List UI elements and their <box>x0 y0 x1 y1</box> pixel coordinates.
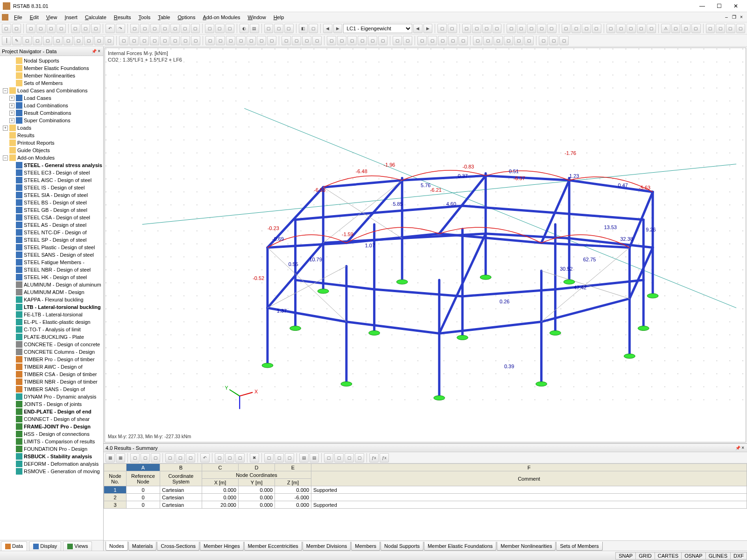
tree-item[interactable]: Member Elastic Foundations <box>8 64 103 72</box>
results-tab-members[interactable]: Members <box>351 542 380 551</box>
toolbar-button[interactable]: ▢ <box>637 24 646 33</box>
tree-item[interactable]: TIMBER SANS - Design of <box>8 385 103 393</box>
tree-item[interactable]: ALUMINUM ADM - Design <box>8 288 103 296</box>
toolbar-button[interactable]: ↶ <box>106 24 115 33</box>
toolbar-button[interactable]: ▢ <box>482 24 492 33</box>
toolbar-button[interactable]: ▢ <box>264 24 274 33</box>
toolbar-button[interactable]: ▢ <box>355 453 364 462</box>
tree-item[interactable]: Printout Reports <box>2 139 103 147</box>
toolbar-button[interactable]: ▢ <box>606 24 616 33</box>
toolbar-button[interactable]: ▢ <box>285 453 294 462</box>
toolbar-button[interactable]: ▢ <box>514 36 523 45</box>
toolbar-button[interactable]: ▶ <box>423 24 433 33</box>
toolbar-button[interactable]: ▢ <box>119 36 128 45</box>
menu-view[interactable]: View <box>42 14 61 21</box>
tree-item[interactable]: STEEL - General stress analysis <box>8 161 103 169</box>
tree-item[interactable]: STEEL SP - Design of steel <box>8 236 103 244</box>
results-tab-nodal-supports[interactable]: Nodal Supports <box>381 542 423 551</box>
toolbar-button[interactable]: ▢ <box>559 36 569 45</box>
toolbar-button[interactable]: ▢ <box>216 36 225 45</box>
tree-item[interactable]: TIMBER CSA - Design of timber <box>8 371 103 378</box>
toolbar-button[interactable]: ▢ <box>493 24 502 33</box>
toolbar-button[interactable]: ▢ <box>334 453 344 462</box>
tree-item[interactable]: STEEL IS - Design of steel <box>8 184 103 191</box>
close-button[interactable]: ✕ <box>727 1 744 11</box>
toolbar-button[interactable]: ▢ <box>160 36 169 45</box>
tree-item[interactable]: STEEL EC3 - Design of steel <box>8 169 103 176</box>
toolbar-button[interactable]: ▢ <box>140 24 149 33</box>
results-tab-cross-sections[interactable]: Cross-Sections <box>157 542 199 551</box>
tree-item[interactable]: +Load Cases <box>8 94 103 102</box>
toolbar-button[interactable]: ▢ <box>549 36 558 45</box>
tree-item[interactable]: FE-LTB - Lateral-torsional <box>8 311 103 318</box>
model-viewport[interactable]: Internal Forces M-y. [kNm] CO2 : 1.35*LF… <box>105 48 746 442</box>
tree-item[interactable]: RSMOVE - Generation of moving <box>8 468 103 475</box>
toolbar-button[interactable]: ▢ <box>94 36 104 45</box>
toolbar-button[interactable]: ▢ <box>671 24 681 33</box>
toolbar-button[interactable]: ▢ <box>181 36 190 45</box>
minimize-button[interactable]: — <box>694 1 711 11</box>
menu-help[interactable]: Help <box>270 14 288 21</box>
tree-item[interactable]: Guide Objects <box>2 147 103 154</box>
tree-item[interactable]: TIMBER AWC - Design of <box>8 363 103 371</box>
toolbar-button[interactable]: ▢ <box>186 453 195 462</box>
results-tab-member-divisions[interactable]: Member Divisions <box>303 542 351 551</box>
toolbar-button[interactable]: ▢ <box>71 24 80 33</box>
tree-item[interactable]: DYNAM Pro - Dynamic analysis <box>8 393 103 400</box>
tree-item[interactable]: DEFORM - Deformation analysis <box>8 460 103 468</box>
toolbar-button[interactable]: ▢ <box>403 36 412 45</box>
toolbar-button[interactable]: ▢ <box>284 24 294 33</box>
toolbar-button[interactable]: ▢ <box>493 36 503 45</box>
toolbar-button[interactable]: ▢ <box>345 453 354 462</box>
toolbar-button[interactable]: ▢ <box>236 36 246 45</box>
results-tab-member-nonlinearities[interactable]: Member Nonlinearities <box>497 542 556 551</box>
toolbar-button[interactable]: ▢ <box>302 36 311 45</box>
status-osnap[interactable]: OSNAP <box>681 552 706 560</box>
toolbar-button[interactable]: ▢ <box>63 36 73 45</box>
results-tab-member-elastic-foundations[interactable]: Member Elastic Foundations <box>424 542 496 551</box>
toolbar-button[interactable]: ▦ <box>116 453 125 462</box>
toolbar-button[interactable]: ▢ <box>170 36 180 45</box>
tree-item[interactable]: –Load Cases and Combinations <box>2 87 103 94</box>
toolbar-button[interactable]: ▢ <box>84 36 93 45</box>
tree-item[interactable]: STEEL CSA - Design of steel <box>8 214 103 221</box>
tree-item[interactable]: +Load Combinations <box>8 102 103 109</box>
toolbar-button[interactable]: ▢ <box>140 36 149 45</box>
tree-item[interactable]: Sets of Members <box>8 79 103 87</box>
tree-item[interactable]: Member Nonlinearities <box>8 72 103 79</box>
results-tab-member-hinges[interactable]: Member Hinges <box>200 542 244 551</box>
toolbar-button[interactable]: ▢ <box>264 453 274 462</box>
toolbar-button[interactable]: ▢ <box>161 24 170 33</box>
toolbar-button[interactable]: ▢ <box>324 453 333 462</box>
toolbar-button[interactable]: ▢ <box>33 36 42 45</box>
toolbar-button[interactable]: ▢ <box>347 36 357 45</box>
toolbar-button[interactable]: ▢ <box>205 24 214 33</box>
toolbar-button[interactable]: ▢ <box>706 24 715 33</box>
tree-item[interactable]: C-TO-T - Analysis of limit <box>8 326 103 333</box>
toolbar-button[interactable]: ▢ <box>337 36 346 45</box>
status-snap[interactable]: SNAP <box>615 552 636 560</box>
grid-row[interactable]: 10Cartesian0.0000.0000.000Supported <box>104 486 747 494</box>
menu-edit[interactable]: Edit <box>26 14 42 21</box>
menu-options[interactable]: Options <box>174 14 199 21</box>
toolbar-button[interactable]: ▢ <box>205 36 215 45</box>
toolbar-button[interactable]: ▢ <box>562 24 571 33</box>
results-tab-materials[interactable]: Materials <box>128 542 157 551</box>
toolbar-button[interactable]: ▢ <box>616 24 626 33</box>
toolbar-button[interactable]: ▢ <box>81 24 91 33</box>
toolbar-button[interactable]: ▢ <box>74 36 83 45</box>
toolbar-button[interactable]: ▢ <box>22 36 32 45</box>
tree-item[interactable]: LIMITS - Comparison of results <box>8 438 103 445</box>
toolbar-button[interactable]: ▢ <box>181 24 190 33</box>
menu-insert[interactable]: Insert <box>61 14 81 21</box>
toolbar-button[interactable]: ▢ <box>176 453 185 462</box>
tree-item[interactable]: ALUMINUM - Design of aluminum <box>8 281 103 288</box>
toolbar-button[interactable]: ▢ <box>226 36 235 45</box>
tree-item[interactable]: STEEL BS - Design of steel <box>8 199 103 206</box>
tree-item[interactable]: FRAME-JOINT Pro - Design <box>8 423 103 430</box>
grid-row[interactable]: 30Cartesian20.0000.0000.000Supported <box>104 501 747 509</box>
toolbar-button[interactable]: ▢ <box>247 36 256 45</box>
toolbar-button[interactable]: ▶ <box>333 24 343 33</box>
toolbar-button[interactable]: ✖ <box>250 453 259 462</box>
toolbar-button[interactable]: ▢ <box>257 36 266 45</box>
